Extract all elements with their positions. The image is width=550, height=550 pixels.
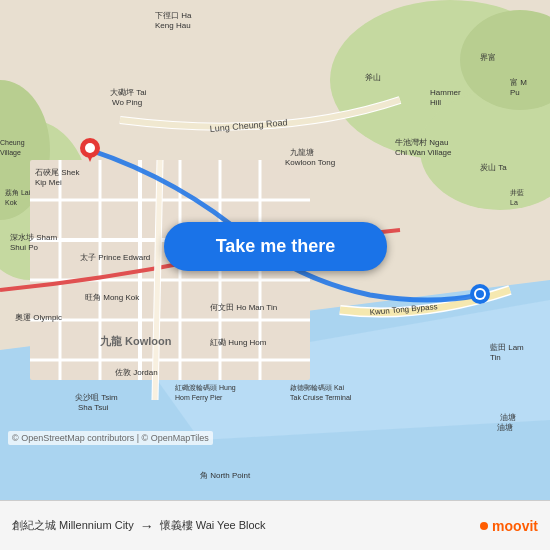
- svg-text:九龍 Kowloon: 九龍 Kowloon: [99, 335, 172, 347]
- svg-text:奧運 Olympic: 奧運 Olympic: [15, 313, 62, 322]
- svg-text:太子 Prince Edward: 太子 Prince Edward: [80, 253, 150, 262]
- svg-text:下徑口 Ha: 下徑口 Ha: [155, 11, 192, 20]
- svg-text:佐敦 Jordan: 佐敦 Jordan: [115, 368, 158, 377]
- svg-text:井藍: 井藍: [510, 189, 524, 196]
- moovit-logo: moovit: [480, 518, 538, 534]
- svg-text:Kok: Kok: [5, 199, 18, 206]
- svg-text:牛池灣村 Ngau: 牛池灣村 Ngau: [395, 138, 448, 147]
- svg-text:大磡坪 Tai: 大磡坪 Tai: [110, 88, 147, 97]
- svg-text:斧山: 斧山: [365, 73, 381, 82]
- svg-text:九龍塘: 九龍塘: [290, 148, 314, 157]
- svg-text:角 North Point: 角 North Point: [200, 471, 251, 480]
- svg-text:Hill: Hill: [430, 98, 441, 107]
- footer-bar: 創紀之城 Millennium City → 懷義樓 Wai Yee Block…: [0, 500, 550, 550]
- svg-text:Chi Wan Village: Chi Wan Village: [395, 148, 452, 157]
- svg-text:荔角 Lai: 荔角 Lai: [5, 189, 31, 197]
- svg-point-73: [476, 290, 484, 298]
- svg-text:Kip Mei: Kip Mei: [35, 178, 62, 187]
- map-attribution: © OpenStreetMap contributors | © OpenMap…: [8, 431, 213, 445]
- svg-text:石硤尾 Shek: 石硤尾 Shek: [35, 168, 80, 177]
- svg-text:Sha Tsui: Sha Tsui: [78, 403, 109, 412]
- svg-text:啟德郵輪碼頭 Kai: 啟德郵輪碼頭 Kai: [290, 384, 345, 392]
- svg-text:Hom Ferry Pier: Hom Ferry Pier: [175, 394, 223, 402]
- svg-text:La: La: [510, 199, 518, 206]
- svg-text:Kowloon Tong: Kowloon Tong: [285, 158, 335, 167]
- svg-text:Village: Village: [0, 149, 21, 157]
- svg-text:紅磡渡輪碼頭 Hung: 紅磡渡輪碼頭 Hung: [175, 384, 236, 392]
- svg-text:深水埗 Sham: 深水埗 Sham: [10, 233, 57, 242]
- svg-text:何文田 Ho Man Tin: 何文田 Ho Man Tin: [210, 303, 277, 312]
- footer-route: 創紀之城 Millennium City → 懷義樓 Wai Yee Block: [12, 518, 266, 534]
- svg-text:富 M: 富 M: [510, 78, 527, 87]
- svg-text:Tin: Tin: [490, 353, 501, 362]
- map-view: Lung Cheung Road Hammer Hill 斧山 牛池灣村 Nga…: [0, 0, 550, 500]
- svg-point-70: [85, 143, 95, 153]
- svg-text:油塘: 油塘: [500, 413, 516, 422]
- svg-text:旺角 Mong Kok: 旺角 Mong Kok: [85, 293, 140, 302]
- svg-text:界富: 界富: [480, 53, 496, 62]
- to-label: 懷義樓 Wai Yee Block: [160, 518, 266, 533]
- svg-text:Wo Ping: Wo Ping: [112, 98, 142, 107]
- svg-text:藍田 Lam: 藍田 Lam: [490, 343, 524, 352]
- from-label: 創紀之城 Millennium City: [12, 518, 134, 533]
- svg-text:Hammer: Hammer: [430, 88, 461, 97]
- svg-text:尖沙咀 Tsim: 尖沙咀 Tsim: [75, 393, 118, 402]
- svg-text:紅磡 Hung Hom: 紅磡 Hung Hom: [210, 338, 267, 347]
- svg-text:Keng Hau: Keng Hau: [155, 21, 191, 30]
- route-arrow: →: [140, 518, 154, 534]
- svg-text:Cheung: Cheung: [0, 139, 25, 147]
- svg-text:油塘: 油塘: [497, 423, 513, 432]
- app-name: moovit: [492, 518, 538, 534]
- take-me-there-button[interactable]: Take me there: [164, 222, 387, 271]
- svg-text:Pu: Pu: [510, 88, 520, 97]
- svg-text:Tak Cruise Terminal: Tak Cruise Terminal: [290, 394, 352, 401]
- moovit-dot: [480, 522, 488, 530]
- svg-text:炭山 Ta: 炭山 Ta: [480, 163, 507, 172]
- svg-text:Shui Po: Shui Po: [10, 243, 39, 252]
